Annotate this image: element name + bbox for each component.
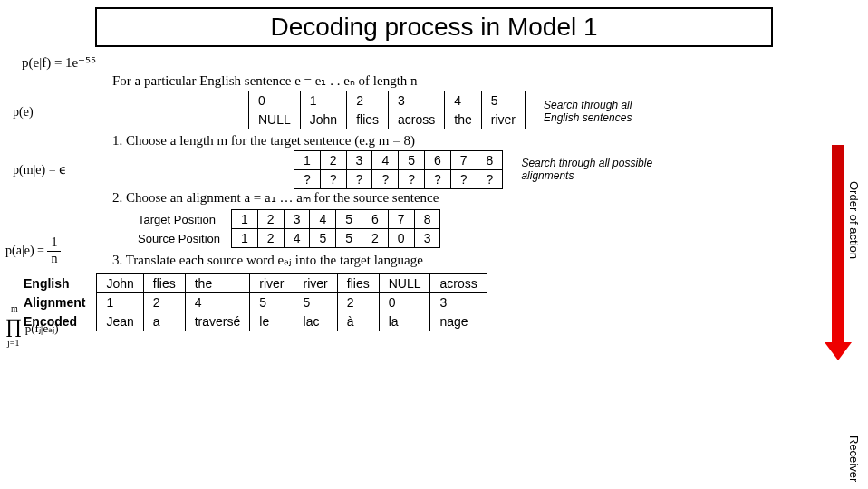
formula-pae: p(a|e) = 1 n — [5, 235, 105, 267]
caption-alignments: Search through all possiblealignments — [521, 158, 652, 181]
sentence-description: For a particular English sentence e = e₁… — [112, 72, 855, 89]
caption-sentences: Search through allEnglish sentences — [544, 100, 632, 123]
formula-product: m ∏ p(fⱼ|eₐⱼ) j=1 — [5, 303, 105, 339]
step-3-text: 3. Translate each source word eₐⱼ into t… — [112, 252, 855, 268]
target-position-label: Target Position — [129, 210, 232, 229]
source-table: 012 345 NULLJohnflies acrosstheriver — [248, 91, 526, 129]
formula-pef: p(e|f) = 1e⁻⁵⁵ — [22, 54, 96, 71]
position-table: Target Position 1234 5678 Source Positio… — [129, 209, 440, 248]
step-2-text: 2. Choose an alignment a = a₁ … aₘ for t… — [112, 189, 855, 206]
order-of-action-label: Order of action — [847, 181, 861, 259]
order-arrow-icon — [832, 145, 844, 339]
left-formulas: p(a|e) = 1 n m ∏ p(fⱼ|eₐⱼ) j=1 — [5, 235, 105, 339]
formula-pe: p(e) — [13, 105, 67, 120]
formula-pme: p(m|e) = ϵ — [13, 162, 94, 177]
source-position-label: Source Position — [129, 229, 232, 248]
alignment-slots-table: 1234 5678 ???? ???? — [294, 150, 503, 189]
slide-title: Decoding process in Model 1 — [95, 7, 773, 47]
step-1-text: 1. Choose a length m for the target sent… — [112, 133, 855, 149]
